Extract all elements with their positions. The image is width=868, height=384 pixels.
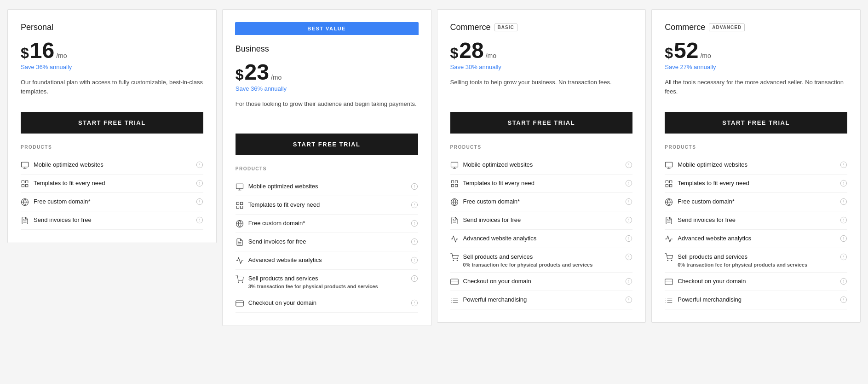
info-icon[interactable] — [840, 253, 847, 261]
feature-left: Send invoices for free — [236, 238, 411, 246]
price-dollar-sign: $ — [236, 66, 244, 83]
feature-text-block: Templates to fit every need — [34, 179, 105, 187]
plan-badge: BASIC — [494, 23, 517, 31]
info-icon[interactable] — [411, 299, 418, 307]
info-icon[interactable] — [840, 180, 847, 187]
save-text[interactable]: Save 30% annually — [450, 64, 633, 70]
feature-text-block: Checkout on your domain — [678, 277, 746, 285]
info-icon[interactable] — [625, 296, 632, 303]
plan-name: Personal — [21, 23, 203, 32]
info-icon[interactable] — [625, 253, 632, 261]
feature-text-block: Templates to fit every need — [678, 179, 749, 187]
plan-card-business: BEST VALUE Business $ 23 /mo Save 36% an… — [222, 9, 431, 326]
info-icon[interactable] — [625, 278, 632, 285]
feature-icon-grid — [665, 180, 673, 188]
svg-rect-8 — [22, 185, 24, 187]
info-icon[interactable] — [196, 216, 203, 224]
info-icon[interactable] — [840, 235, 847, 242]
feature-icon-file-text — [450, 216, 459, 225]
feature-left: Templates to fit every need — [21, 179, 196, 188]
feature-text-block: Powerful merchandising — [463, 296, 527, 304]
feature-item: Checkout on your domain — [665, 273, 847, 291]
feature-text-block: Sell products and services 0% transactio… — [463, 253, 593, 268]
info-icon[interactable] — [411, 183, 418, 190]
info-icon[interactable] — [411, 256, 418, 264]
price-period: /mo — [56, 52, 67, 59]
feature-text: Mobile optimized websites — [463, 161, 533, 169]
products-label: PRODUCTS — [236, 166, 418, 171]
feature-text: Free custom domain* — [34, 198, 91, 206]
feature-icon-analytics — [665, 235, 673, 243]
svg-rect-9 — [26, 185, 28, 187]
svg-point-49 — [238, 282, 239, 283]
feature-left: Free custom domain* — [665, 198, 840, 206]
svg-rect-67 — [451, 185, 454, 187]
info-icon[interactable] — [840, 278, 847, 285]
info-icon[interactable] — [625, 198, 632, 205]
feature-text-block: Mobile optimized websites — [678, 161, 747, 169]
cta-button[interactable]: START FREE TRIAL — [450, 112, 633, 134]
svg-rect-104 — [666, 162, 673, 167]
info-icon[interactable] — [840, 198, 847, 205]
feature-text-block: Free custom domain* — [463, 198, 520, 206]
best-value-banner: BEST VALUE — [235, 22, 419, 35]
info-icon[interactable] — [625, 161, 632, 169]
feature-text: Advanced website analytics — [248, 256, 322, 264]
plan-card-commerce-basic: Commerce BASIC $ 28 /mo Save 30% annuall… — [437, 9, 646, 323]
info-icon[interactable] — [411, 275, 418, 282]
svg-rect-0 — [22, 162, 29, 167]
feature-text: Free custom domain* — [248, 219, 305, 227]
cta-button[interactable]: START FREE TRIAL — [236, 134, 418, 155]
info-icon[interactable] — [840, 216, 847, 224]
save-text[interactable]: Save 36% annually — [236, 85, 418, 92]
feature-left: Mobile optimized websites — [450, 161, 626, 169]
price-period: /mo — [486, 52, 496, 59]
save-text[interactable]: Save 27% annually — [665, 64, 847, 70]
svg-rect-7 — [26, 180, 28, 183]
cta-button[interactable]: START FREE TRIAL — [665, 112, 847, 134]
info-icon[interactable] — [840, 161, 847, 169]
svg-rect-112 — [666, 185, 668, 187]
feature-icon-list — [450, 296, 459, 304]
info-icon[interactable] — [625, 216, 632, 224]
info-icon[interactable] — [196, 180, 203, 187]
svg-rect-32 — [240, 206, 242, 209]
feature-item: Send invoices for free — [21, 211, 203, 230]
feature-item: Advanced website analytics — [236, 251, 418, 270]
feature-left: Free custom domain* — [236, 219, 411, 228]
feature-text-block: Mobile optimized websites — [34, 161, 103, 169]
feature-text: Mobile optimized websites — [678, 161, 747, 169]
feature-icon-globe — [665, 198, 673, 206]
price-amount: 16 — [30, 40, 54, 62]
feature-left: Checkout on your domain — [236, 299, 411, 308]
feature-text-block: Advanced website analytics — [678, 234, 751, 243]
feature-icon-globe — [450, 198, 459, 206]
plan-price: $ 52 /mo — [665, 40, 847, 62]
feature-left: Free custom domain* — [21, 198, 196, 206]
info-icon[interactable] — [196, 161, 203, 169]
info-icon[interactable] — [411, 201, 418, 209]
info-icon[interactable] — [625, 235, 632, 242]
feature-icon-credit-card — [665, 278, 673, 286]
feature-text: Templates to fit every need — [463, 179, 535, 187]
feature-icon-monitor — [236, 183, 244, 191]
feature-text: Checkout on your domain — [678, 277, 746, 285]
save-text[interactable]: Save 36% annually — [21, 64, 203, 70]
info-icon[interactable] — [196, 198, 203, 205]
plan-description: Selling tools to help grow your business… — [450, 78, 633, 101]
info-icon[interactable] — [411, 238, 418, 245]
feature-text-block: Checkout on your domain — [248, 299, 316, 307]
feature-left: Send invoices for free — [665, 216, 840, 225]
feature-text: Templates to fit every need — [34, 179, 105, 187]
feature-item: Mobile optimized websites — [21, 156, 203, 175]
feature-text-block: Mobile optimized websites — [463, 161, 533, 169]
cta-button[interactable]: START FREE TRIAL — [21, 112, 203, 134]
info-icon[interactable] — [840, 296, 847, 303]
feature-left: Sell products and services 3% transactio… — [236, 274, 411, 289]
plan-price: $ 23 /mo — [236, 61, 418, 83]
info-icon[interactable] — [625, 180, 632, 187]
svg-rect-110 — [666, 180, 668, 183]
feature-icon-monitor — [21, 161, 29, 169]
feature-item: Send invoices for free — [450, 211, 633, 230]
info-icon[interactable] — [411, 220, 418, 227]
